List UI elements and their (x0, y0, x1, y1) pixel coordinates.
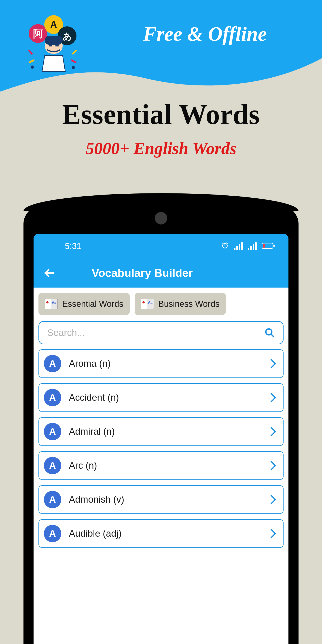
phone-camera-dot (155, 212, 167, 224)
letter-badge: A (44, 457, 61, 474)
signal-icon (234, 242, 243, 250)
book-icon (141, 299, 154, 309)
word-label: Arc (n) (69, 460, 262, 471)
back-button[interactable] (42, 266, 56, 280)
banner-tagline: Free & Offline (143, 22, 267, 46)
svg-rect-14 (263, 244, 265, 248)
chevron-right-icon (270, 495, 276, 504)
app-bar: Vocabulary Builder (34, 258, 288, 288)
word-label: Admiral (n) (69, 426, 262, 437)
word-item[interactable]: A Accident (n) (38, 383, 284, 412)
chip-label: Essential Words (62, 299, 124, 309)
chevron-right-icon (270, 393, 276, 402)
search-icon (264, 328, 275, 338)
word-list: A Aroma (n) A Accident (n) A Admiral (n)… (34, 349, 288, 548)
phone-top-curve (24, 193, 298, 211)
word-label: Accident (n) (69, 392, 262, 403)
app-title: Vocabulary Builder (92, 266, 193, 280)
svg-point-10 (31, 66, 34, 69)
letter-badge: A (44, 525, 61, 542)
search-input[interactable]: Search... (38, 321, 284, 344)
chevron-right-icon (270, 359, 276, 368)
back-arrow-icon (43, 267, 55, 279)
chip-business-words[interactable]: Business Words (134, 293, 226, 315)
letter-badge: A (44, 389, 61, 406)
word-label: Audible (adj) (69, 528, 262, 539)
app-logo-icon: 阿 A あ (22, 11, 80, 75)
svg-text:阿: 阿 (33, 28, 43, 39)
battery-low-icon (262, 242, 275, 250)
hero-title: Essential Words (0, 98, 322, 130)
word-label: Aroma (n) (69, 358, 262, 369)
chip-essential-words[interactable]: Essential Words (38, 293, 130, 315)
search-placeholder: Search... (47, 327, 85, 338)
svg-text:A: A (50, 19, 57, 30)
chip-label: Business Words (158, 299, 220, 309)
hero-subtitle: 5000+ English Words (0, 139, 322, 158)
category-chips: Essential Words Business Words (34, 288, 288, 320)
word-item[interactable]: A Audible (adj) (38, 519, 284, 548)
status-icons (221, 242, 275, 251)
svg-text:あ: あ (62, 31, 72, 41)
letter-badge: A (44, 491, 61, 508)
word-item[interactable]: A Admonish (v) (38, 485, 284, 514)
svg-point-11 (72, 66, 75, 69)
word-item[interactable]: A Aroma (n) (38, 349, 284, 378)
word-item[interactable]: A Arc (n) (38, 451, 284, 480)
phone-frame: 5:31 (24, 201, 298, 644)
word-label: Admonish (v) (69, 494, 262, 505)
letter-badge: A (44, 423, 61, 440)
status-time: 5:31 (65, 242, 82, 251)
chevron-right-icon (270, 528, 276, 538)
status-bar: 5:31 (34, 234, 288, 258)
book-icon (45, 299, 58, 309)
phone-screen: 5:31 (34, 234, 288, 644)
svg-line-17 (271, 334, 274, 337)
chevron-right-icon (270, 427, 276, 436)
svg-rect-7 (45, 36, 62, 45)
chevron-right-icon (270, 461, 276, 470)
alarm-icon (221, 242, 229, 251)
banner-content: 阿 A あ Free & Offline (0, 0, 322, 78)
signal-icon-2 (248, 242, 257, 250)
letter-badge: A (44, 355, 61, 372)
word-item[interactable]: A Admiral (n) (38, 417, 284, 446)
svg-rect-13 (274, 245, 274, 247)
